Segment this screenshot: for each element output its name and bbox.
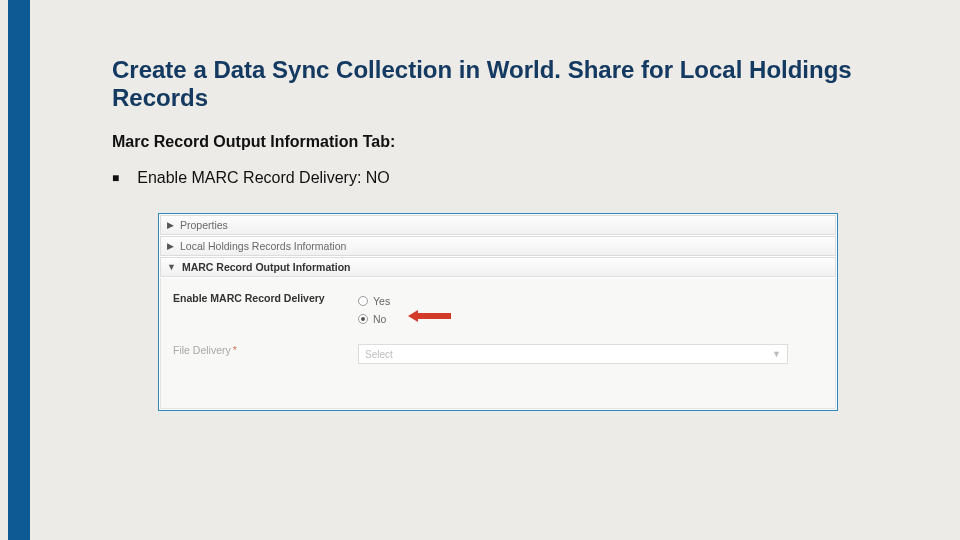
section-subtitle: Marc Record Output Information Tab: xyxy=(112,133,902,151)
select-placeholder: Select xyxy=(365,349,393,360)
bullet-item: ■ Enable MARC Record Delivery: NO xyxy=(112,169,902,187)
label-enable-delivery: Enable MARC Record Delivery xyxy=(173,292,358,304)
row-enable-delivery: Enable MARC Record Delivery Yes No xyxy=(173,292,823,328)
label-file-delivery-text: File Delivery xyxy=(173,344,231,356)
radio-yes[interactable]: Yes xyxy=(358,292,390,310)
panel-marc-output[interactable]: ▼ MARC Record Output Information xyxy=(160,257,836,277)
radio-no-label: No xyxy=(373,313,386,325)
radio-icon xyxy=(358,296,368,306)
row-file-delivery: File Delivery* Select ▼ xyxy=(173,344,823,364)
label-file-delivery: File Delivery* xyxy=(173,344,358,356)
caret-right-icon: ▶ xyxy=(167,220,174,230)
panel-local-holdings-label: Local Holdings Records Information xyxy=(180,240,346,252)
radio-yes-label: Yes xyxy=(373,295,390,307)
slide-accent-bar xyxy=(8,0,30,540)
panel-properties-label: Properties xyxy=(180,219,228,231)
page-title: Create a Data Sync Collection in World. … xyxy=(112,56,902,111)
panel-local-holdings[interactable]: ▶ Local Holdings Records Information xyxy=(160,236,836,256)
caret-down-icon: ▼ xyxy=(167,262,176,272)
slide-content: Create a Data Sync Collection in World. … xyxy=(112,56,902,411)
bullet-text: Enable MARC Record Delivery: NO xyxy=(137,169,390,187)
select-file-delivery[interactable]: Select ▼ xyxy=(358,344,788,364)
radio-no[interactable]: No xyxy=(358,310,390,328)
radio-group-enable-delivery: Yes No xyxy=(358,292,390,328)
caret-right-icon: ▶ xyxy=(167,241,174,251)
radio-icon xyxy=(358,314,368,324)
required-star-icon: * xyxy=(233,344,237,356)
chevron-down-icon: ▼ xyxy=(772,349,781,359)
panel-marc-output-label: MARC Record Output Information xyxy=(182,261,351,273)
panel-marc-output-body: Enable MARC Record Delivery Yes No xyxy=(160,278,836,409)
square-bullet-icon: ■ xyxy=(112,171,119,185)
embedded-screenshot: ▶ Properties ▶ Local Holdings Records In… xyxy=(158,213,838,411)
panel-properties[interactable]: ▶ Properties xyxy=(160,215,836,235)
